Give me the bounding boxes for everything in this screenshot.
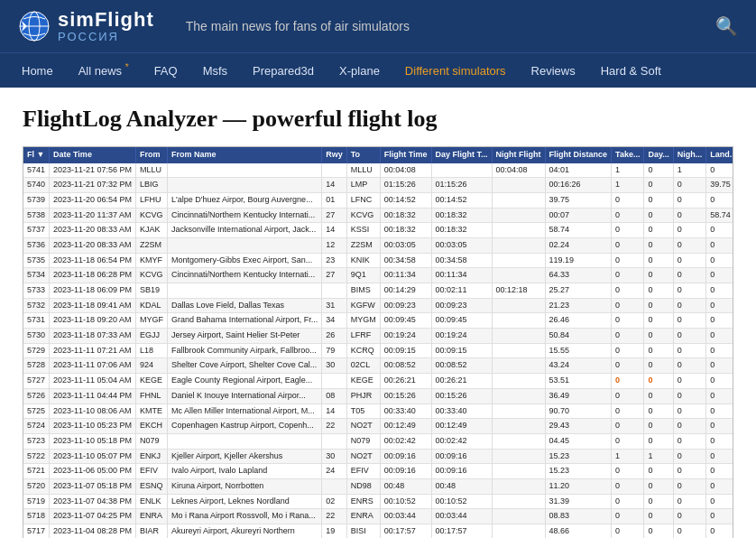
table-cell <box>492 433 545 449</box>
table-cell <box>322 163 347 178</box>
table-cell: 26 <box>322 329 347 344</box>
table-cell: 0 <box>673 388 706 404</box>
table-cell: 0 <box>706 237 733 253</box>
table-cell: 0 <box>644 464 673 479</box>
table-cell: 2023-11-20 08:33 AM <box>50 223 136 238</box>
table-cell: 00:19:24 <box>380 329 431 344</box>
table-cell <box>492 509 545 524</box>
flight-log-table: Fl ▼ Date Time From From Name Rwy To Fli… <box>23 147 733 538</box>
table-cell: 39.75 <box>545 192 612 208</box>
table-cell: NO2T <box>346 449 380 464</box>
table-cell: 0 <box>706 524 733 539</box>
table-cell: 00:34:58 <box>431 253 492 268</box>
table-cell: 64.33 <box>545 268 612 283</box>
table-cell: 0 <box>706 374 733 389</box>
table-cell: 2023-11-18 07:33 AM <box>50 329 136 344</box>
table-cell: 00:04:08 <box>492 163 545 178</box>
table-wrapper[interactable]: Fl ▼ Date Time From From Name Rwy To Fli… <box>23 147 733 538</box>
search-icon[interactable]: 🔍 <box>715 15 738 37</box>
table-cell: 2023-11-11 04:44 PM <box>50 388 136 404</box>
table-cell: 0 <box>706 509 733 524</box>
table-cell: 00:03:44 <box>431 509 492 524</box>
table-cell: 00:08:52 <box>431 358 492 374</box>
table-cell: 00:02:42 <box>380 433 431 449</box>
table-cell: 00:26:21 <box>431 374 492 389</box>
table-cell: 2023-11-20 06:54 PM <box>50 192 136 208</box>
table-cell: 0 <box>644 253 673 268</box>
table-cell: Cincinnati/Northern Kentucky Internati..… <box>168 208 322 223</box>
nav-prepared3d[interactable]: Prepared3d <box>240 55 327 87</box>
table-cell: ND98 <box>346 478 380 494</box>
table-cell: 00:10:52 <box>380 494 431 509</box>
table-cell: 0 <box>612 374 644 389</box>
table-cell: 1 <box>612 163 644 178</box>
table-row: 57192023-11-07 04:38 PMENLKLeknes Airpor… <box>23 494 733 509</box>
table-cell: 00:12:49 <box>380 419 431 434</box>
nav-xplane[interactable]: X-plane <box>327 55 392 87</box>
table-cell: MLLU <box>136 163 168 178</box>
logo-text: simFlight РОССИЯ <box>58 9 154 43</box>
table-cell: 00:33:40 <box>380 404 431 419</box>
main-nav: Home All news * FAQ Msfs Prepared3d X-pl… <box>0 52 756 87</box>
nav-reviews[interactable]: Reviews <box>519 55 588 87</box>
table-cell: 00:11:34 <box>431 268 492 283</box>
logo-area[interactable]: simFlight РОССИЯ <box>18 9 154 43</box>
table-cell: ENRS <box>346 494 380 509</box>
table-cell: 34 <box>322 313 347 329</box>
table-cell: 0 <box>644 298 673 313</box>
table-cell: 5721 <box>23 464 50 479</box>
table-cell: 00:19:24 <box>431 329 492 344</box>
table-cell: 5731 <box>23 313 50 329</box>
table-cell: 2023-11-07 04:38 PM <box>50 494 136 509</box>
table-cell: 15.23 <box>545 449 612 464</box>
table-cell <box>492 524 545 539</box>
nav-different-simulators[interactable]: Different simulators <box>392 55 519 87</box>
table-cell <box>492 298 545 313</box>
col-from: From <box>136 147 168 163</box>
table-cell: 5739 <box>23 192 50 208</box>
table-cell: 29.43 <box>545 419 612 434</box>
table-cell: 0 <box>612 223 644 238</box>
table-cell <box>492 237 545 253</box>
table-cell <box>492 494 545 509</box>
table-row: 57352023-11-18 06:54 PMKMYFMontgomery-Gi… <box>23 253 733 268</box>
table-cell: 0 <box>706 388 733 404</box>
table-cell: 00:14:29 <box>380 283 431 299</box>
nav-allnews[interactable]: All news * <box>66 53 142 87</box>
table-cell: N079 <box>346 433 380 449</box>
table-cell: 0 <box>612 208 644 223</box>
table-cell: FHNL <box>136 388 168 404</box>
table-cell: 0 <box>706 433 733 449</box>
table-header: Fl ▼ Date Time From From Name Rwy To Fli… <box>23 147 733 163</box>
nav-msfs[interactable]: Msfs <box>190 55 240 87</box>
table-cell: 00:33:40 <box>431 404 492 419</box>
table-cell: 00:02:42 <box>431 433 492 449</box>
table-cell: 0 <box>644 208 673 223</box>
table-row: 57272023-11-11 05:04 AMKEGEEagle County … <box>23 374 733 389</box>
table-cell: 5724 <box>23 419 50 434</box>
table-cell: 31 <box>322 298 347 313</box>
table-cell: 39.75 <box>706 178 733 193</box>
nav-hard-soft[interactable]: Hard & Soft <box>588 55 674 87</box>
table-cell: LFHU <box>136 192 168 208</box>
table-cell: ESNQ <box>136 478 168 494</box>
table-cell: Kiruna Airport, Norrbotten <box>168 478 322 494</box>
table-cell: 00:09:16 <box>380 464 431 479</box>
table-cell: 0 <box>673 208 706 223</box>
table-cell: 0 <box>644 237 673 253</box>
table-cell: KMYF <box>136 253 168 268</box>
table-cell: T05 <box>346 404 380 419</box>
table-cell: 0 <box>706 464 733 479</box>
table-cell: 22 <box>322 419 347 434</box>
table-cell: 00:09:16 <box>431 449 492 464</box>
table-cell: 2023-11-18 09:41 AM <box>50 298 136 313</box>
table-cell: 0 <box>706 192 733 208</box>
table-cell: 58.74 <box>545 223 612 238</box>
nav-home[interactable]: Home <box>9 55 66 87</box>
page-title: FlightLog Analyzer — powerful flight log <box>23 106 733 133</box>
table-cell: 1 <box>612 178 644 193</box>
table-cell: 0 <box>644 268 673 283</box>
nav-faq[interactable]: FAQ <box>142 55 190 87</box>
table-cell <box>168 237 322 253</box>
table-cell: Daniel K Inouye International Airpor... <box>168 388 322 404</box>
